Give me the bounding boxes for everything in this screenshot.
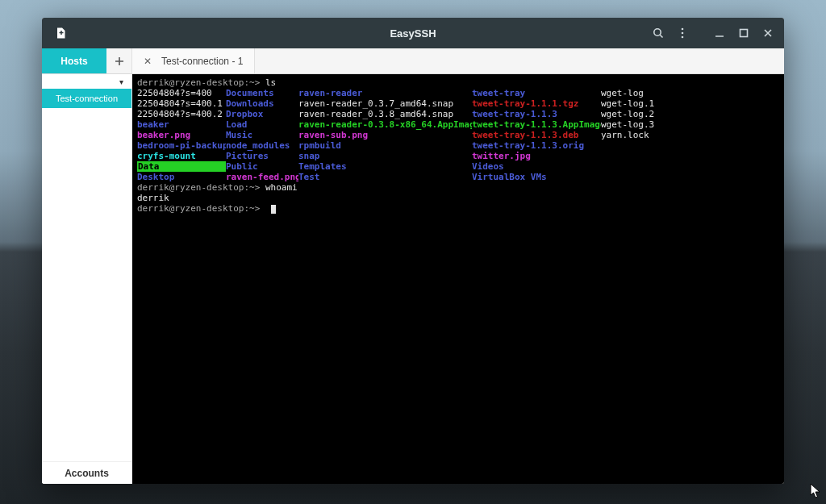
tab-bar: Hosts ✕ Test-connection - 1 [42,48,784,74]
new-document-icon[interactable] [50,22,73,44]
accounts-button[interactable]: Accounts [42,461,131,484]
close-icon[interactable] [757,22,779,44]
menu-icon[interactable] [671,22,694,44]
svg-point-3 [682,36,684,39]
tab-close-icon[interactable]: ✕ [144,56,152,67]
svg-rect-4 [740,30,748,37]
svg-point-1 [682,28,684,31]
minimize-icon[interactable] [708,22,731,44]
sidebar-item-test-connection[interactable]: Test-connection [42,89,131,108]
new-tab-button[interactable] [106,48,132,73]
svg-point-2 [682,32,684,35]
app-window: EasySSH Hosts ✕ Test-co [42,18,784,484]
svg-point-0 [654,29,661,35]
sidebar: ▾ Test-connection Accounts [42,74,132,484]
maximize-icon[interactable] [732,22,755,44]
mouse-cursor-icon [810,483,821,499]
titlebar: EasySSH [42,18,784,48]
search-icon[interactable] [647,22,670,44]
hosts-button[interactable]: Hosts [42,48,106,73]
tab-label: Test-connection - 1 [161,56,243,67]
sidebar-collapse-icon[interactable]: ▾ [42,74,131,89]
tab-test-connection[interactable]: ✕ Test-connection - 1 [132,48,255,73]
terminal[interactable]: derrik@ryzen-desktop:~> ls22504804?s=400… [132,74,784,484]
